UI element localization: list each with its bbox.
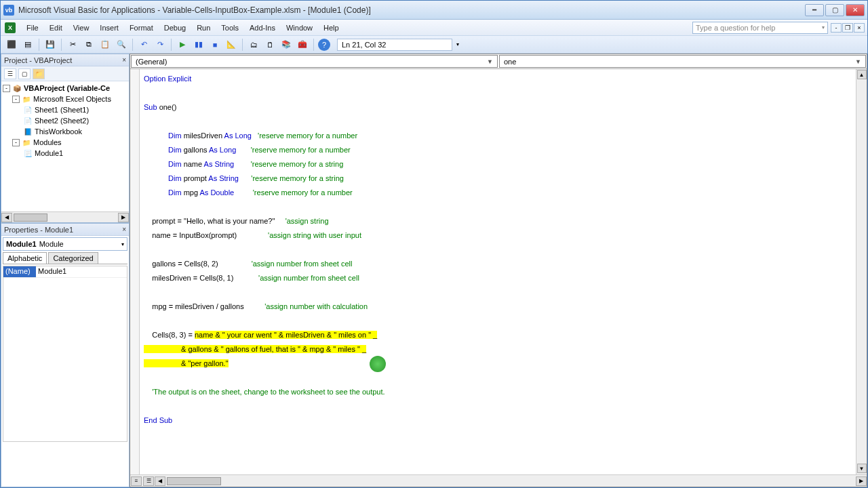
tab-alphabetic[interactable]: Alphabetic [3, 252, 47, 264]
tab-categorized[interactable]: Categorized [48, 252, 98, 264]
view-object-icon[interactable]: ▢ [18, 68, 31, 79]
code-editor[interactable]: ▲ ▼ Option Explicit Sub one() Dim milesD… [130, 69, 867, 474]
excel-icon[interactable]: X [5, 22, 16, 33]
property-row[interactable]: (Name) Module1 [3, 266, 127, 278]
toolbox-icon[interactable]: 🧰 [296, 38, 309, 52]
help-search-input[interactable]: Type a question for help▾ [692, 22, 828, 34]
workbook-icon: 📘 [23, 127, 33, 136]
code-text[interactable]: Option Explicit Sub one() Dim milesDrive… [144, 72, 856, 428]
scroll-thumb[interactable] [14, 214, 47, 222]
design-mode-icon[interactable]: 📐 [224, 38, 238, 52]
tree-sheet2[interactable]: Sheet2 (Sheet2) [35, 117, 89, 125]
sheet-icon: 📄 [23, 116, 33, 125]
menu-format[interactable]: Format [124, 22, 159, 34]
procedure-view-icon[interactable]: ≡ [131, 476, 142, 486]
code-bottom-bar: ≡ ☰ ◀ ▶ [130, 474, 867, 487]
save-icon[interactable]: 💾 [43, 38, 57, 52]
tree-sheet1[interactable]: Sheet1 (Sheet1) [35, 106, 89, 114]
cut-icon[interactable]: ✂ [66, 38, 79, 52]
copy-icon[interactable]: ⧉ [82, 38, 96, 52]
paste-icon[interactable]: 📋 [98, 38, 112, 52]
tree-module1[interactable]: Module1 [35, 149, 63, 157]
menu-debug[interactable]: Debug [159, 22, 191, 34]
hscroll-thumb[interactable] [167, 477, 221, 485]
find-icon[interactable]: 🔍 [115, 38, 128, 52]
scroll-up-icon[interactable]: ▲ [857, 70, 867, 79]
reset-icon[interactable]: ■ [208, 38, 222, 52]
left-panels: Project - VBAProject × ☰ ▢ 📁 -📦VBAProjec… [1, 54, 130, 487]
properties-grid[interactable]: (Name) Module1 [3, 266, 127, 442]
minimize-button[interactable]: ━ [805, 4, 824, 16]
menu-view[interactable]: View [68, 22, 95, 34]
properties-panel: Properties - Module1 × Module1 Module ▾ … [1, 223, 130, 487]
menu-tools[interactable]: Tools [216, 22, 244, 34]
project-explorer-close-icon[interactable]: × [122, 56, 126, 64]
view-code-icon[interactable]: ☰ [4, 68, 16, 79]
help-placeholder: Type a question for help [696, 24, 775, 32]
menu-edit[interactable]: Edit [44, 22, 68, 34]
expand-icon[interactable]: - [3, 85, 10, 92]
window-title: Microsoft Visual Basic for Applications … [18, 5, 805, 15]
code-margin [130, 69, 140, 474]
code-vscrollbar[interactable]: ▲ ▼ [856, 69, 867, 474]
tree-thisworkbook[interactable]: ThisWorkbook [35, 127, 82, 136]
mdi-minimize-button[interactable]: - [831, 23, 842, 33]
project-tree[interactable]: -📦VBAProject (Variable-Ce -📁Microsoft Ex… [1, 81, 129, 211]
maximize-button[interactable]: ▢ [825, 4, 844, 16]
insert-userform-icon[interactable]: ▤ [21, 38, 35, 52]
project-hscrollbar[interactable]: ◀ ▶ [1, 211, 129, 222]
menu-help[interactable]: Help [318, 22, 344, 34]
chevron-down-icon: ▼ [855, 58, 861, 65]
object-browser-icon[interactable]: 📚 [279, 38, 293, 52]
expand-icon[interactable]: - [12, 96, 20, 103]
scroll-left-icon[interactable]: ◀ [155, 476, 165, 486]
scroll-left-icon[interactable]: ◀ [1, 213, 12, 222]
properties-object-dropdown[interactable]: Module1 Module ▾ [3, 237, 127, 251]
mdi-restore-button[interactable]: ❐ [842, 23, 853, 33]
prop-key-name: (Name) [3, 266, 36, 277]
chevron-down-icon: ▼ [487, 58, 493, 65]
object-dropdown-value: (General) [136, 58, 167, 66]
mdi-close-button[interactable]: × [854, 23, 865, 33]
menu-insert[interactable]: Insert [94, 22, 124, 34]
run-icon[interactable]: ▶ [176, 38, 189, 52]
menu-run[interactable]: Run [191, 22, 216, 34]
sheet-icon: 📄 [23, 105, 33, 115]
cursor-position-display: Ln 21, Col 32 [337, 39, 452, 51]
menu-file[interactable]: File [21, 22, 44, 34]
toggle-folders-icon[interactable]: 📁 [33, 68, 45, 79]
expand-icon[interactable]: - [12, 139, 20, 146]
folder-icon: 📁 [22, 138, 31, 147]
redo-icon[interactable]: ↷ [153, 38, 167, 52]
toolbar-overflow-icon[interactable]: ▾ [456, 41, 459, 47]
project-explorer-icon[interactable]: 🗂 [247, 38, 260, 52]
folder-icon: 📁 [22, 94, 31, 104]
menu-window[interactable]: Window [281, 22, 318, 34]
properties-title: Properties - Module1 × [1, 224, 129, 236]
procedure-dropdown[interactable]: one▼ [499, 55, 866, 68]
view-excel-icon[interactable]: ⬛ [5, 38, 18, 52]
properties-title-text: Properties - Module1 [4, 226, 73, 234]
object-dropdown[interactable]: (General)▼ [131, 55, 498, 68]
properties-close-icon[interactable]: × [122, 226, 126, 233]
prop-val-name[interactable]: Module1 [36, 266, 127, 277]
tree-folder-objects[interactable]: Microsoft Excel Objects [33, 95, 111, 103]
scroll-right-icon[interactable]: ▶ [118, 213, 129, 222]
break-icon[interactable]: ▮▮ [192, 38, 205, 52]
close-button[interactable]: ✕ [846, 4, 865, 16]
full-module-view-icon[interactable]: ☰ [143, 476, 154, 486]
scroll-right-icon[interactable]: ▶ [856, 476, 867, 486]
procedure-dropdown-value: one [504, 58, 516, 66]
properties-obj-name: Module1 [3, 240, 39, 248]
help-icon[interactable]: ? [318, 39, 330, 51]
menu-addins[interactable]: Add-Ins [244, 22, 281, 34]
scroll-down-icon[interactable]: ▼ [857, 464, 867, 473]
tree-folder-modules[interactable]: Modules [33, 138, 62, 146]
undo-icon[interactable]: ↶ [137, 38, 151, 52]
project-root[interactable]: VBAProject (Variable-Ce [24, 84, 110, 92]
workspace: Project - VBAProject × ☰ ▢ 📁 -📦VBAProjec… [1, 54, 867, 487]
module-icon: 📃 [23, 148, 33, 158]
project-explorer-panel: Project - VBAProject × ☰ ▢ 📁 -📦VBAProjec… [1, 54, 130, 223]
properties-window-icon[interactable]: 🗒 [263, 38, 277, 52]
toolbar: ⬛ ▤ 💾 ✂ ⧉ 📋 🔍 ↶ ↷ ▶ ▮▮ ■ 📐 🗂 🗒 📚 🧰 ? Ln … [1, 36, 867, 54]
